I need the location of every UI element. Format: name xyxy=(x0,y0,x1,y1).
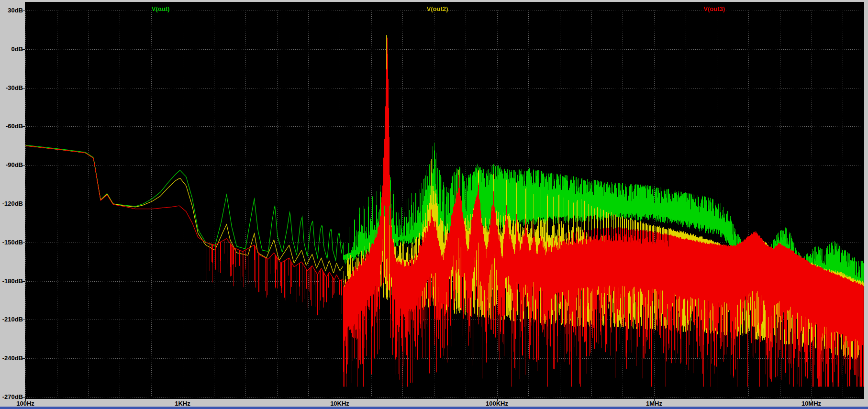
x-axis-tick-label: 100Hz xyxy=(16,400,34,407)
y-axis-tick-label: -30dB xyxy=(1,84,23,91)
y-axis-tick-label: 0dB xyxy=(1,45,23,53)
x-axis-tick xyxy=(25,399,26,401)
x-axis-tick xyxy=(183,399,183,401)
x-axis-tick xyxy=(497,399,498,401)
y-axis-tick-label: -150dB xyxy=(1,239,23,246)
x-axis[interactable]: 100Hz1KHz10KHz100KHz1MHz10MHz xyxy=(0,399,868,407)
x-axis-tick xyxy=(654,399,655,401)
legend-label-vout2[interactable]: V(out2) xyxy=(427,5,448,12)
x-axis-tick-label: 10MHz xyxy=(801,400,821,407)
x-axis-tick-label: 1KHz xyxy=(175,400,190,407)
x-axis-tick xyxy=(812,399,812,401)
y-axis-tick-label: -120dB xyxy=(1,200,23,207)
y-axis[interactable]: 30dB0dB-30dB-60dB-90dB-120dB-150dB-180dB… xyxy=(0,0,25,399)
fft-plot-canvas[interactable] xyxy=(25,2,864,399)
x-axis-tick xyxy=(340,399,340,401)
y-axis-tick-label: -210dB xyxy=(1,316,23,323)
y-axis-tick-label: -180dB xyxy=(1,277,23,285)
y-axis-tick-label: -240dB xyxy=(1,354,23,362)
legend-label-vout[interactable]: V(out) xyxy=(152,5,170,12)
legend-label-vout3[interactable]: V(out3) xyxy=(704,5,725,12)
y-axis-tick-label: 30dB xyxy=(1,7,23,14)
x-axis-tick-label: 10KHz xyxy=(330,400,349,407)
window-edge-strip xyxy=(0,407,868,409)
y-axis-tick-label: -90dB xyxy=(1,161,23,168)
x-axis-tick-label: 100KHz xyxy=(486,400,508,407)
y-axis-tick-label: -60dB xyxy=(1,122,23,130)
x-axis-tick-label: 1MHz xyxy=(646,400,662,407)
waveform-viewer-window: { "window": { "background_color": "#c6c6… xyxy=(0,0,868,409)
plot-pane: V(out) V(out2) V(out3) xyxy=(25,2,864,399)
